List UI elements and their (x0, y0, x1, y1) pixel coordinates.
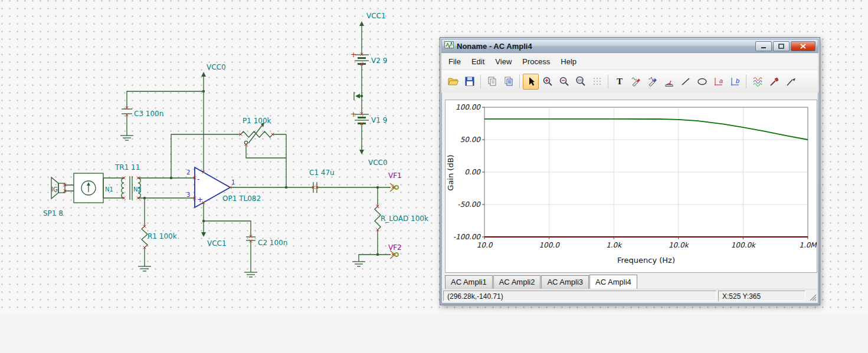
svg-text:b: b (736, 77, 739, 84)
input-source-box[interactable] (74, 173, 103, 203)
pin-probe-button[interactable] (766, 74, 782, 90)
resistor-rload[interactable] (375, 206, 381, 230)
grid-toggle-button[interactable] (589, 74, 605, 90)
terminal-vf1[interactable] (390, 183, 398, 192)
opamp-minus-sign: - (197, 175, 199, 183)
probe-tool-3-button[interactable] (661, 74, 677, 90)
label-tr1[interactable]: TR1 11 (114, 163, 140, 171)
menu-help[interactable]: Help (556, 55, 581, 68)
open-file-button[interactable] (445, 74, 461, 90)
toolbar-separator (608, 75, 608, 88)
zoom-in-button[interactable] (539, 74, 555, 90)
grid-dots-icon (591, 75, 603, 87)
schematic-canvas[interactable]: VCC1 V2 9 V1 9 VCC0 VCC0 C3 100n P1 100k… (0, 0, 437, 353)
toolbar: 100 T a b (441, 70, 818, 93)
flag-tool-button[interactable] (782, 74, 798, 90)
maximize-icon (778, 44, 784, 49)
label-vf2[interactable]: VF2 (388, 243, 402, 252)
signal-waves-icon (752, 75, 764, 87)
menu-edit[interactable]: Edit (467, 55, 489, 68)
copy-special-button[interactable] (500, 74, 516, 90)
tab-ac-ampli3[interactable]: AC Ampli3 (541, 275, 589, 289)
label-op1[interactable]: OP1 TL082 (222, 194, 261, 203)
copy-button[interactable] (484, 74, 500, 90)
ground-symbol[interactable] (244, 272, 257, 277)
pin-2-label: 2 (186, 169, 190, 176)
signal-waves-button[interactable] (749, 74, 765, 90)
label-rload[interactable]: R_LOAD 100k (381, 215, 428, 223)
battery-v1[interactable] (355, 114, 369, 124)
probe-tool-2-button[interactable] (644, 74, 660, 90)
label-sp1[interactable]: SP1 8 (43, 209, 63, 217)
close-button[interactable] (791, 41, 815, 51)
ellipse-tool-button[interactable] (694, 74, 710, 90)
ground-symbol[interactable] (120, 136, 133, 140)
resistor-r1[interactable] (142, 226, 148, 248)
statusbar: (296.28k,-140.71) X:525 Y:365 (442, 289, 818, 303)
zoom-out-button[interactable] (556, 74, 572, 90)
svg-text:1.0k: 1.0k (606, 241, 623, 249)
cursor-arrow-icon (525, 75, 537, 87)
titlebar[interactable]: Noname - AC Ampli4 (441, 39, 818, 53)
tab-ac-ampli2[interactable]: AC Ampli2 (493, 275, 541, 289)
ground-symbol[interactable] (138, 266, 151, 271)
menu-process[interactable]: Process (517, 55, 555, 68)
tab-ac-ampli4[interactable]: AC Ampli4 (589, 275, 637, 290)
label-n1: N1 (105, 186, 113, 193)
text-tool-button[interactable]: T (611, 74, 627, 90)
plot-window[interactable]: Noname - AC Ampli4 File Edit View Proces… (440, 37, 820, 305)
label-c2[interactable]: C2 100n (258, 239, 287, 247)
label-v2[interactable]: V2 9 (371, 57, 387, 65)
bode-plot[interactable]: Frequency (Hz) Gain (dB) 10.0100.01.0k10… (446, 100, 817, 271)
schematic-labels: VCC1 V2 9 V1 9 VCC0 VCC0 C3 100n P1 100k… (43, 12, 428, 252)
resize-grip-icon (809, 293, 817, 301)
ground-symbol[interactable] (352, 262, 365, 266)
potentiometer-p1[interactable] (241, 123, 273, 144)
supply-flags[interactable] (201, 21, 364, 237)
zoom-100-button[interactable]: 100 (572, 74, 588, 90)
line-tool-button[interactable] (677, 74, 693, 90)
minimize-button[interactable] (755, 41, 772, 51)
cursor-coordinates: (296.28k,-140.71) (443, 291, 716, 301)
label-c1[interactable]: C1 47u (309, 169, 335, 177)
save-floppy-icon (464, 75, 476, 87)
battery-v2[interactable] (355, 55, 369, 64)
svg-text:a: a (719, 77, 723, 84)
capacitor-c2[interactable] (246, 237, 256, 240)
probe-tool-1-button[interactable] (628, 74, 644, 90)
probe-clamp-icon (663, 75, 675, 87)
capacitor-c1[interactable] (313, 182, 317, 193)
menu-file[interactable]: File (444, 55, 466, 68)
save-file-button[interactable] (461, 74, 477, 90)
menu-view[interactable]: View (490, 55, 516, 68)
marker-b-button[interactable]: b (727, 74, 743, 90)
svg-text:-50.00: -50.00 (457, 200, 481, 209)
flag-tool-icon (785, 75, 797, 87)
pin-3-label: 3 (186, 192, 190, 198)
label-vcc0-left[interactable]: VCC0 (207, 63, 226, 71)
pointer-tool-button[interactable] (523, 74, 539, 90)
zoom-100-icon: 100 (575, 75, 587, 87)
label-vcc1-top[interactable]: VCC1 (366, 12, 386, 20)
label-r1[interactable]: R1 100k (148, 232, 177, 240)
label-vcc1-bottom[interactable]: VCC1 (207, 239, 227, 248)
label-p1[interactable]: P1 100k (243, 117, 271, 125)
zoom-in-icon (542, 75, 553, 87)
terminal-vf2[interactable] (390, 250, 398, 259)
label-c3[interactable]: C3 100n (134, 110, 163, 118)
svg-text:100.0k: 100.0k (731, 241, 756, 249)
minimize-icon (761, 44, 767, 49)
window-title: Noname - AC Ampli4 (457, 42, 752, 51)
marker-a-button[interactable]: a (710, 74, 726, 90)
label-v1[interactable]: V1 9 (371, 116, 387, 124)
pin-1-label: 1 (231, 179, 235, 186)
capacitor-c3[interactable] (122, 109, 132, 114)
label-vcc0-right[interactable]: VCC0 (368, 159, 388, 167)
svg-text:100.00: 100.00 (456, 103, 481, 111)
tab-ac-ampli1[interactable]: AC Ampli1 (445, 275, 493, 289)
label-vf1[interactable]: VF1 (388, 171, 402, 180)
resize-grip[interactable] (807, 291, 817, 301)
marker-b-icon: b (729, 75, 741, 87)
maximize-button[interactable] (773, 41, 790, 51)
plot-panel[interactable]: Frequency (Hz) Gain (dB) 10.0100.01.0k10… (445, 100, 817, 273)
